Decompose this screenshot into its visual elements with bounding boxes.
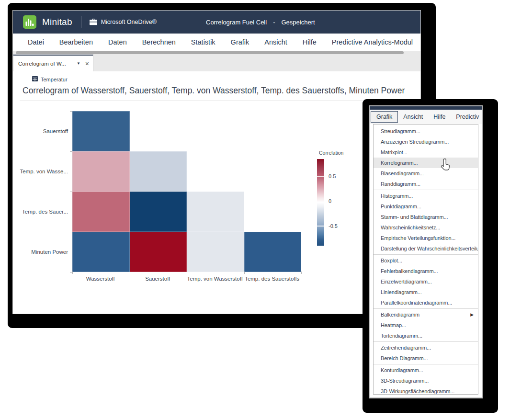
y-axis-label: Minuten Power [31, 249, 68, 255]
menu-hilfe[interactable]: Hilfe [303, 38, 317, 46]
correlogram-cell-temp-des-sauerstoffs-x-minuten-power[interactable] [244, 232, 302, 272]
y-axis-tick [70, 111, 72, 112]
graph-menu-item-matrixplot[interactable]: Matrixplot... [374, 147, 478, 158]
tab-label: Correlogram of W... [18, 61, 75, 67]
scrollbar-thumb[interactable] [16, 51, 404, 54]
graph-menu-item-tortendiagramm[interactable]: Tortendiagramm... [374, 330, 478, 341]
graph-menu-item-3d-wirkungsflächendiagramm[interactable]: 3D-Wirkungsflächendiagramm... [374, 386, 478, 395]
tab-bar: Correlogram of W... ▼ × [13, 55, 420, 71]
close-icon[interactable]: × [85, 60, 89, 68]
legend-tick-gap [317, 176, 324, 177]
correlogram-cell-sauerstoff-x-temp-von-wasse[interactable] [130, 151, 187, 192]
graph-menu-window: GrafikAnsichtHilfePredictiv Streudiagram… [369, 105, 483, 398]
graph-menu-item-korrelogramm[interactable]: Korrelogramm... [374, 158, 478, 168]
worksheet-row: Temperatur [32, 76, 420, 82]
title-divider [20, 101, 414, 101]
y-axis-label: Temp. des Sauer... [22, 209, 68, 215]
graph-menu-item-histogramm[interactable]: Histogramm... [374, 191, 478, 201]
menu-grafik[interactable]: Grafik [231, 38, 249, 46]
graph-menu-item-fehlerbalkendiagramm[interactable]: Fehlerbalkendiagramm... [374, 266, 478, 276]
graph-menu-item-blasendiagramm[interactable]: Blasendiagramm... [374, 168, 478, 179]
save-status: Gespeichert [282, 19, 315, 26]
correlogram-cell-wasserstoff-x-temp-des-sauer[interactable] [72, 192, 130, 232]
menu-bearbeiten[interactable]: Bearbeiten [59, 38, 93, 46]
hand-cursor-icon [439, 158, 452, 171]
y-axis-tick [70, 272, 72, 272]
menu-statistik[interactable]: Statistik [191, 38, 215, 46]
titlebar-divider [81, 16, 81, 28]
worksheet-name[interactable]: Temperatur [41, 77, 68, 82]
y-axis-tick [70, 232, 72, 232]
overlay-menu-ansicht[interactable]: Ansicht [398, 112, 428, 122]
document-title: Correlogram Fuel Cell - Gespeichert [206, 11, 315, 34]
y-axis-tick [70, 192, 72, 192]
menu-separator [374, 190, 478, 190]
menu-daten[interactable]: Daten [108, 38, 127, 46]
report-title: Correlogram of Wasserstoff, Sauerstoff, … [23, 86, 411, 96]
x-axis-label: Temp. des Sauerstoffs [244, 276, 301, 282]
graph-menu-item-liniendiagramm[interactable]: Liniendiagramm... [374, 287, 478, 297]
menu-bar: DateiBearbeitenDatenBerechnenStatistikGr… [13, 34, 420, 51]
graph-menu-item-balkendiagramm[interactable]: Balkendiagramm▶ [374, 309, 478, 320]
overlay-menu-hilfe[interactable]: Hilfe [428, 112, 451, 122]
overlay-menu-bar: GrafikAnsichtHilfePredictiv [370, 110, 482, 124]
x-axis-label: Sauerstoff [129, 276, 187, 282]
minitab-logo-icon [23, 15, 36, 29]
x-axis-tick [72, 272, 73, 274]
graph-menu-item-anzuzeigen-streudiagramm[interactable]: Anzuzeigen Streudiagramm... [374, 136, 478, 147]
plot-area: SauerstoffTemp. von Wasse...Temp. des Sa… [72, 111, 301, 272]
correlogram-cell-sauerstoff-x-temp-des-sauer[interactable] [130, 192, 187, 232]
menu-separator [374, 341, 478, 342]
correlogram-cell-wasserstoff-x-minuten-power[interactable] [72, 232, 130, 272]
graph-menu-item-streudiagramm[interactable]: Streudiagramm... [374, 126, 478, 136]
graph-menu-item-stamm-und-blattdiagramm[interactable]: Stamm- und Blattdiagramm... [374, 212, 478, 222]
legend-color-bar [317, 159, 324, 246]
graph-menu-item-randdiagramm[interactable]: Randdiagramm... [374, 179, 478, 189]
graph-menu-item-wahrscheinlichkeitsnetz[interactable]: Wahrscheinlichkeitsnetz... [374, 222, 478, 233]
title-bar: Minitab Microsoft OneDrive® Correlogram … [13, 11, 420, 34]
graph-menu-item-punktdiagramm[interactable]: Punktdiagramm... [374, 201, 478, 212]
storage-label[interactable]: Microsoft OneDrive® [101, 19, 157, 25]
correlogram-cell-sauerstoff-x-minuten-power[interactable] [130, 232, 187, 272]
x-axis-tick [187, 272, 187, 274]
graph-menu-item-empirische-verteilungsfunktion[interactable]: Empirische Verteilungsfunktion... [374, 233, 478, 243]
legend-tick-label: 0 [329, 198, 331, 204]
graph-menu-item-heatmap[interactable]: Heatmap... [374, 320, 478, 330]
graph-menu-item-darstellung-der-wahrscheinlichkeitsverteilung[interactable]: Darstellung der Wahrscheinlichkeitsverte… [374, 243, 478, 254]
graph-menu-item-bereich-diagramm[interactable]: Bereich Diagramm... [374, 353, 478, 363]
x-axis-tick [301, 272, 302, 274]
menu-berechnen[interactable]: Berechnen [142, 38, 176, 46]
worksheet-grid-icon [32, 76, 38, 82]
overlay-menu-grafik[interactable]: Grafik [371, 111, 398, 123]
document-title-separator: - [273, 19, 275, 26]
graph-menu-item-parallelkoordinatendiagramm[interactable]: Parallelkoordinatendiagramm... [374, 297, 478, 308]
correlogram-chart: SauerstoffTemp. von Wasse...Temp. des Sa… [72, 111, 301, 272]
legend-title: Correlation [319, 150, 343, 156]
legend-tick-labels: 0.50-0.5 [329, 159, 348, 246]
menu-predictive-analytics-modul[interactable]: Predictive Analytics-Modul [332, 38, 413, 46]
menu-datei[interactable]: Datei [28, 38, 44, 46]
brand-name: Minitab [42, 17, 72, 27]
graph-menu-item-3d-streudiagramm[interactable]: 3D-Streudiagramm... [374, 375, 478, 386]
overlay-menu-predictiv[interactable]: Predictiv [451, 112, 482, 122]
horizontal-scrollbar[interactable] [13, 51, 420, 55]
correlogram-cell-wasserstoff-x-sauerstoff[interactable] [72, 111, 130, 151]
overlay-header-strip [370, 106, 482, 110]
tab-correlogram[interactable]: Correlogram of W... ▼ × [13, 55, 93, 71]
menu-separator [374, 364, 478, 364]
onedrive-icon [90, 19, 97, 25]
graph-menu-item-zeitreihendiagramm[interactable]: Zeitreihendiagramm... [374, 342, 478, 353]
graph-dropdown-menu: Streudiagramm...Anzuzeigen Streudiagramm… [373, 124, 478, 395]
correlogram-cell-wasserstoff-x-temp-von-wasse[interactable] [72, 151, 130, 192]
menu-ansicht[interactable]: Ansicht [264, 38, 287, 46]
graph-menu-item-einzelwertdiagramm[interactable]: Einzelwertdiagramm... [374, 276, 478, 287]
correlogram-cell-temp-von-wasserstoff-x-minuten-power[interactable] [187, 232, 244, 272]
legend-tick-label: 0.5 [329, 173, 336, 179]
caret-down-icon[interactable]: ▼ [77, 61, 80, 66]
y-axis-tick [70, 151, 72, 152]
document-name: Correlogram Fuel Cell [206, 19, 267, 26]
graph-menu-item-konturdiagramm[interactable]: Konturdiagramm... [374, 365, 478, 375]
graph-menu-item-boxplot[interactable]: Boxplot... [374, 255, 478, 266]
menu-separator [374, 308, 478, 309]
correlogram-cell-temp-von-wasserstoff-x-temp-des-sauer[interactable] [187, 192, 244, 232]
